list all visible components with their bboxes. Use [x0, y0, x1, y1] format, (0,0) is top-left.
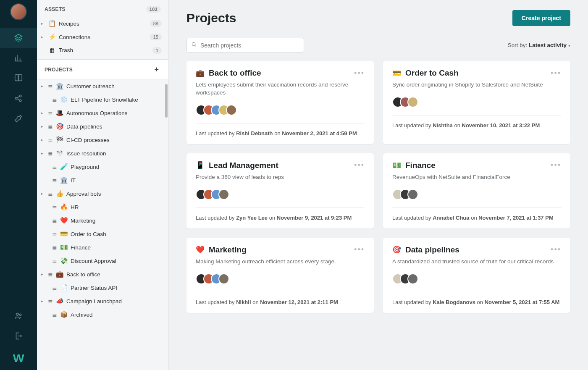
svg-point-3	[16, 313, 19, 316]
project-tree-item[interactable]: ≣❄️ELT Pipeline for Snowflake	[37, 93, 168, 106]
project-emoji: 🎌	[55, 150, 64, 157]
project-emoji: ❤️	[196, 245, 205, 254]
project-label: Partner Status API	[71, 285, 162, 291]
project-tree-item[interactable]: ▸≣💼Back to office	[37, 268, 168, 281]
sort-prefix: Sort by:	[508, 42, 529, 48]
rail-logout[interactable]	[0, 326, 37, 346]
chevron-right-icon: ▸	[41, 35, 45, 39]
asset-row[interactable]: 🗑Trash1	[37, 44, 168, 57]
rail-people[interactable]	[0, 306, 37, 326]
project-tree-item[interactable]: ≣💵Finance	[37, 241, 168, 254]
project-card[interactable]: 💼Back to office•••Lets employees submit …	[186, 61, 374, 144]
project-tree-item[interactable]: ▸≣🏛️Customer outreach	[37, 79, 168, 93]
chevron-right-icon: ▸	[41, 299, 45, 303]
project-emoji: 🏛️	[60, 176, 68, 184]
project-tree-item[interactable]: ≣🏛️IT	[37, 173, 168, 187]
rail-share[interactable]	[0, 88, 37, 108]
project-tree-item[interactable]: ≣📦Archived	[37, 308, 168, 321]
layers-icon: ≣	[52, 284, 57, 291]
layers-icon: ≣	[48, 150, 53, 157]
rail-projects[interactable]	[0, 28, 37, 48]
project-tree-item[interactable]: ≣🔥HR	[37, 200, 168, 214]
project-tree-item[interactable]: ▸≣🎯Data pipelines	[37, 120, 168, 133]
card-title: Order to Cash	[405, 68, 459, 78]
project-tree-item[interactable]: ▸≣🎌Issue resolution	[37, 147, 168, 160]
project-tree-item[interactable]: ▸≣🏁CI-CD processes	[37, 133, 168, 147]
project-emoji: 💵	[60, 244, 68, 251]
project-tree-item[interactable]: ▸≣🎩Autonomous Operations	[37, 106, 168, 120]
card-description: Provide a 360 view of leads to reps	[196, 173, 365, 181]
card-footer: Last updated by Nikhil on November 12, 2…	[196, 292, 365, 313]
more-menu-icon[interactable]: •••	[551, 161, 561, 170]
more-menu-icon[interactable]: •••	[551, 69, 561, 78]
add-project-button[interactable]: +	[152, 65, 161, 74]
avatar-stack	[196, 105, 365, 115]
card-footer: Last updated by Nishtha on November 10, …	[392, 115, 561, 136]
project-label: IT	[71, 177, 162, 184]
create-project-button[interactable]: Create project	[512, 10, 570, 26]
project-emoji: 📦	[60, 311, 68, 318]
project-label: Back to office	[66, 271, 162, 278]
project-card[interactable]: 💵Finance•••RevenueOps with NetSuite and …	[383, 153, 570, 228]
project-tree-item[interactable]: ▸≣👍Approval bots	[37, 187, 168, 200]
project-emoji: 🎯	[55, 123, 64, 130]
project-card[interactable]: ❤️Marketing•••Making Marketing outreach …	[186, 238, 374, 313]
chevron-right-icon: ▸	[41, 21, 45, 26]
asset-row[interactable]: ▸⚡Connections15	[37, 30, 168, 44]
project-tree-item[interactable]: ≣💳Order to Cash	[37, 227, 168, 241]
rail-tools[interactable]	[0, 108, 37, 129]
project-card[interactable]: 💳Order to Cash•••Sync order originating …	[383, 61, 570, 144]
project-emoji: 🔥	[60, 203, 68, 211]
card-description: RevenueOps with NetSuite and FinancialFo…	[392, 173, 561, 181]
more-menu-icon[interactable]: •••	[354, 69, 365, 78]
project-label: Playground	[71, 164, 162, 170]
project-emoji: 🏁	[55, 136, 64, 144]
project-emoji: 📱	[196, 161, 205, 170]
avatar[interactable]	[10, 3, 27, 20]
project-label: Discount Approval	[71, 258, 162, 264]
search-input[interactable]	[200, 42, 299, 49]
layers-icon: ≣	[52, 311, 57, 318]
more-menu-icon[interactable]: •••	[354, 161, 365, 170]
project-card[interactable]: 🎯Data pipelines•••A standardized and tru…	[383, 238, 570, 313]
card-title: Lead Management	[209, 161, 278, 170]
people-icon	[14, 311, 23, 320]
search-input-wrapper[interactable]	[186, 38, 304, 52]
project-tree-item[interactable]: ≣💸Discount Approval	[37, 254, 168, 268]
more-menu-icon[interactable]: •••	[551, 245, 561, 254]
project-emoji: ❄️	[60, 96, 68, 103]
sort-control[interactable]: Sort by: Latest activity▾	[508, 42, 570, 48]
project-emoji: 📄	[60, 284, 68, 291]
card-footer: Last updated by Annabel Chua on November…	[392, 207, 561, 228]
svg-point-4	[20, 314, 21, 315]
sidebar: ASSETS 103 ▸📋Recipes88▸⚡Connections15🗑Tr…	[37, 0, 169, 370]
project-tree-item[interactable]: ▸≣📣Campaign Launchpad	[37, 294, 168, 308]
rail-library[interactable]	[0, 68, 37, 88]
layers-icon: ≣	[48, 271, 53, 278]
layers-icon: ≣	[52, 96, 57, 103]
nav-rail: W	[0, 0, 37, 370]
assets-header: ASSETS 103	[37, 0, 168, 17]
layers-icon: ≣	[52, 217, 57, 224]
avatar-stack	[392, 273, 561, 284]
asset-icon: 🗑	[48, 47, 56, 54]
project-tree-item[interactable]: ≣📄Partner Status API	[37, 281, 168, 294]
project-label: Marketing	[71, 218, 162, 224]
scrollbar-thumb[interactable]	[165, 84, 168, 118]
project-tree-item[interactable]: ≣❤️Marketing	[37, 214, 168, 227]
project-label: Data pipelines	[66, 123, 162, 130]
avatar-stack	[392, 97, 561, 108]
book-icon	[14, 73, 23, 83]
card-title: Marketing	[209, 245, 247, 255]
rail-dashboard[interactable]	[0, 48, 37, 68]
project-emoji: 💼	[55, 270, 64, 278]
project-label: Approval bots	[66, 191, 162, 197]
asset-row[interactable]: ▸📋Recipes88	[37, 17, 168, 30]
card-description: Lets employees submit their vaccination …	[196, 81, 365, 97]
avatar	[218, 189, 229, 200]
main: Projects Create project Sort by: Latest …	[169, 0, 588, 370]
project-tree-item[interactable]: ≣🧪Playground	[37, 160, 168, 173]
project-card[interactable]: 📱Lead Management•••Provide a 360 view of…	[186, 153, 374, 228]
more-menu-icon[interactable]: •••	[354, 245, 365, 254]
bar-chart-icon	[14, 53, 23, 63]
